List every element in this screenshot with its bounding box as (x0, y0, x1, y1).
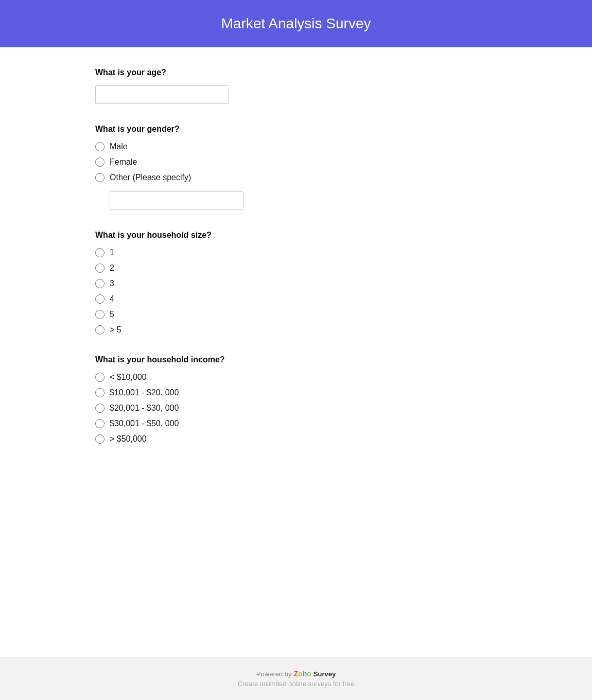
household-size-option-3[interactable]: 3 (95, 279, 497, 288)
page-header: Market Analysis Survey (0, 0, 592, 47)
household-size-option-gt5[interactable]: > 5 (95, 325, 497, 335)
household-size-radio-4[interactable] (95, 294, 105, 304)
income-option-10k-20k[interactable]: $10,001 - $20, 000 (95, 388, 497, 397)
question-age: What is your age? (95, 68, 497, 104)
household-size-option-2[interactable]: 2 (95, 264, 497, 273)
household-size-radio-group: 1 2 3 4 5 > 5 (95, 248, 497, 335)
household-size-label-4: 4 (110, 294, 114, 304)
income-option-30k-50k[interactable]: $30,001 - $50, 000 (95, 419, 497, 428)
gender-radio-male[interactable] (95, 142, 105, 151)
question-household-size-label: What is your household size? (95, 231, 497, 240)
age-input[interactable] (95, 85, 229, 104)
income-radio-lt10k[interactable] (95, 373, 105, 382)
income-label-lt10k: < $10,000 (110, 373, 147, 382)
household-size-label-gt5: > 5 (110, 325, 121, 335)
gender-label-male: Male (110, 142, 128, 151)
gender-radio-group: Male Female Other (Please specify) (95, 142, 497, 210)
zoho-letter-z: Z (294, 670, 299, 678)
income-option-gt50k[interactable]: > $50,000 (95, 434, 497, 444)
income-label-gt50k: > $50,000 (110, 434, 147, 444)
gender-radio-other[interactable] (95, 173, 105, 182)
page-footer: Powered by Zoho Survey Create unlimited … (0, 657, 592, 700)
zoho-letter-o1: o (298, 670, 303, 678)
gender-option-male[interactable]: Male (95, 142, 497, 151)
household-income-radio-group: < $10,000 $10,001 - $20, 000 $20,001 - $… (95, 373, 497, 444)
gender-label-other: Other (Please specify) (110, 173, 191, 182)
income-label-20k-30k: $20,001 - $30, 000 (110, 404, 179, 413)
income-option-20k-30k[interactable]: $20,001 - $30, 000 (95, 404, 497, 413)
household-size-radio-2[interactable] (95, 264, 105, 273)
household-size-label-5: 5 (110, 310, 114, 319)
income-radio-30k-50k[interactable] (95, 419, 105, 428)
household-size-option-4[interactable]: 4 (95, 294, 497, 304)
gender-option-female[interactable]: Female (95, 157, 497, 167)
household-size-option-5[interactable]: 5 (95, 310, 497, 319)
question-age-label: What is your age? (95, 68, 497, 77)
gender-other-input[interactable] (110, 191, 243, 210)
main-content: What is your age? What is your gender? M… (64, 47, 528, 657)
income-label-30k-50k: $30,001 - $50, 000 (110, 419, 179, 428)
page-title: Market Analysis Survey (10, 15, 582, 32)
household-size-radio-gt5[interactable] (95, 325, 105, 335)
gender-label-female: Female (110, 157, 137, 167)
question-household-income-label: What is your household income? (95, 355, 497, 364)
gender-option-other[interactable]: Other (Please specify) (95, 173, 497, 182)
income-label-10k-20k: $10,001 - $20, 000 (110, 388, 179, 397)
powered-by-text: Powered by (256, 670, 292, 678)
zoho-letter-o2: o (307, 670, 311, 678)
household-size-label-3: 3 (110, 279, 114, 288)
household-size-label-1: 1 (110, 248, 114, 257)
income-option-lt10k[interactable]: < $10,000 (95, 373, 497, 382)
household-size-radio-3[interactable] (95, 279, 105, 288)
gender-radio-female[interactable] (95, 157, 105, 167)
footer-powered-by: Powered by Zoho Survey (10, 670, 582, 678)
question-household-income: What is your household income? < $10,000… (95, 355, 497, 444)
household-size-label-2: 2 (110, 264, 114, 273)
question-gender: What is your gender? Male Female Other (… (95, 125, 497, 210)
survey-label: Survey (314, 670, 336, 678)
income-radio-10k-20k[interactable] (95, 388, 105, 397)
question-gender-label: What is your gender? (95, 125, 497, 134)
zoho-logo: Zoho (294, 670, 311, 678)
income-radio-gt50k[interactable] (95, 434, 105, 444)
question-household-size: What is your household size? 1 2 3 4 5 (95, 231, 497, 335)
household-size-option-1[interactable]: 1 (95, 248, 497, 257)
footer-sub-text: Create unlimited online surveys for free (10, 680, 582, 688)
zoho-letter-h: h (303, 670, 307, 678)
household-size-radio-5[interactable] (95, 310, 105, 319)
gender-other-input-wrapper (110, 191, 497, 210)
income-radio-20k-30k[interactable] (95, 404, 105, 413)
household-size-radio-1[interactable] (95, 248, 105, 257)
